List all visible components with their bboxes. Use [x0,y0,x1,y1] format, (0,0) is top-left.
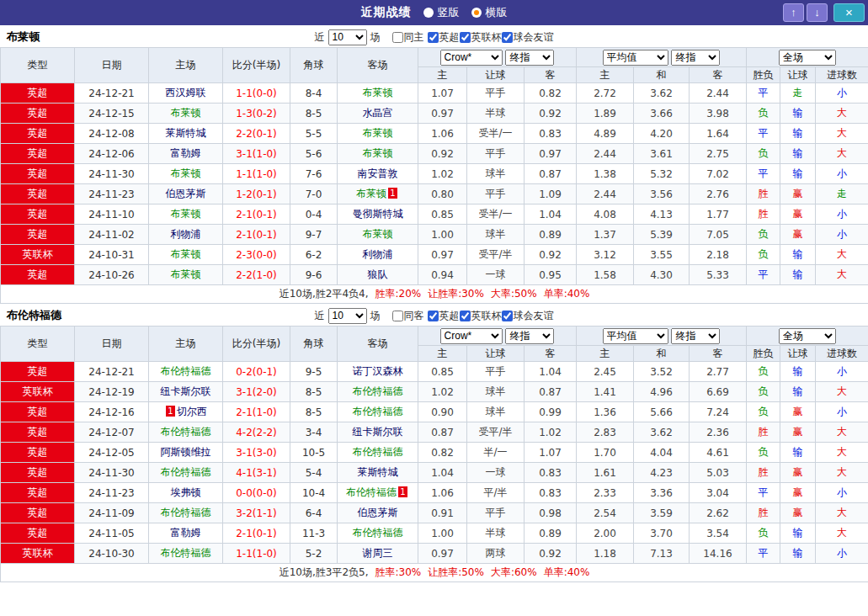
home-team[interactable]: 布伦特福德 [149,503,223,523]
home-team[interactable]: 布伦特福德 [149,544,223,564]
home-team[interactable]: 1切尔西 [149,402,223,422]
away-team[interactable]: 纽卡斯尔联 [338,422,418,443]
corners: 6-4 [290,503,338,523]
summary-stat: 让胜率:30% [428,288,484,300]
average-select[interactable]: 平均值 [603,50,668,66]
league-checkbox[interactable] [460,32,471,43]
away-team[interactable]: 水晶宫 [338,104,418,124]
col-avg-home: 主 [577,67,634,83]
home-team[interactable]: 布莱顿 [149,104,223,124]
scroll-up-button[interactable]: ↑ [783,3,804,22]
recent-count-select[interactable]: 10 [328,29,367,45]
col-handicap-result: 让球 [780,346,816,362]
home-team[interactable]: 布伦特福德 [149,422,223,443]
away-team[interactable]: 莱斯特城 [338,463,418,483]
league-type-cell: 英超 [1,144,75,164]
home-team[interactable]: 布莱顿 [149,164,223,184]
match-date: 24-11-02 [75,225,149,245]
odds-final-select[interactable]: 终指 [505,50,554,66]
scroll-down-button[interactable]: ↓ [807,3,828,22]
home-team[interactable]: 纽卡斯尔联 [149,382,223,402]
col-odds-handicap: 让球 [467,346,525,362]
away-team[interactable]: 伯恩茅斯 [338,503,418,523]
league-checkbox[interactable] [502,311,513,321]
avg-away: 2.18 [690,245,747,265]
result-handicap: 输 [780,443,816,463]
home-team[interactable]: 布伦特福德 [149,463,223,483]
red-card-badge: 1 [166,406,175,417]
away-team[interactable]: 曼彻斯特城 [338,204,418,225]
away-team[interactable]: 布伦特福德 [338,443,418,463]
same-venue-filter[interactable]: 同主 [392,30,424,45]
away-team[interactable]: 南安普敦 [338,164,418,184]
corners: 9-6 [290,265,338,285]
away-team[interactable]: 布莱顿 [338,144,418,164]
match-row: 英超24-11-05富勒姆2-1(0-1)11-3布伦特福德1.00半球0.89… [1,523,868,544]
away-team[interactable]: 布伦特福德 [338,402,418,422]
away-team[interactable]: 布伦特福德1 [338,483,418,503]
same-venue-filter[interactable]: 同客 [392,309,424,323]
league-filter[interactable]: 球会友谊 [502,309,554,323]
result-outcome: 负 [747,225,780,245]
summary-stat: 胜率:20% [375,288,421,300]
league-filter[interactable]: 球会友谊 [502,30,554,45]
odds-company-select[interactable]: Crow* [440,50,503,66]
away-team[interactable]: 布伦特福德 [338,523,418,544]
close-button[interactable]: × [833,3,865,22]
home-team[interactable]: 伯恩茅斯 [149,184,223,204]
same-venue-checkbox[interactable] [392,32,403,43]
match-date: 24-12-07 [75,422,149,443]
fulltime-select[interactable]: 全场 [779,328,836,344]
home-team[interactable]: 布莱顿 [149,245,223,265]
corners: 9-7 [290,225,338,245]
home-team[interactable]: 莱斯特城 [149,124,223,144]
home-team[interactable]: 富勒姆 [149,523,223,544]
fulltime-select[interactable]: 全场 [779,50,836,66]
league-filter[interactable]: 英超 [428,30,460,45]
away-team[interactable]: 利物浦 [338,245,418,265]
home-team[interactable]: 利物浦 [149,225,223,245]
home-team[interactable]: 富勒姆 [149,144,223,164]
odds-final-select[interactable]: 终指 [505,328,554,344]
same-venue-checkbox[interactable] [392,311,403,321]
away-team[interactable]: 诺丁汉森林 [338,362,418,382]
away-team[interactable]: 布伦特福德 [338,382,418,402]
league-checkbox[interactable] [428,32,439,43]
match-date: 24-12-21 [75,362,149,382]
league-checkbox[interactable] [460,311,471,321]
average-final-select[interactable]: 终指 [671,328,720,344]
away-team[interactable]: 布莱顿 [338,225,418,245]
odds-away: 0.87 [525,382,577,402]
away-team[interactable]: 布莱顿1 [338,184,418,204]
away-team[interactable]: 谢周三 [338,544,418,564]
league-filter[interactable]: 英联杯 [460,309,502,323]
result-outcome: 负 [747,104,780,124]
home-team[interactable]: 埃弗顿 [149,483,223,503]
col-corner: 角球 [290,48,338,83]
away-team[interactable]: 布莱顿 [338,83,418,104]
avg-home: 1.89 [577,104,634,124]
away-team[interactable]: 布莱顿 [338,124,418,144]
result-goals: 大 [816,124,868,144]
home-team[interactable]: 布伦特福德 [149,362,223,382]
home-team[interactable]: 布莱顿 [149,204,223,225]
league-checkbox[interactable] [428,311,439,321]
away-team[interactable]: 狼队 [338,265,418,285]
avg-home: 4.89 [577,124,634,144]
layout-radio-vertical[interactable]: 竖版 [423,5,460,20]
average-select[interactable]: 平均值 [603,328,668,344]
home-team[interactable]: 布莱顿 [149,265,223,285]
layout-radio-horizontal[interactable]: 横版 [471,5,508,20]
odds-away: 0.83 [525,463,577,483]
home-team[interactable]: 阿斯顿维拉 [149,443,223,463]
odds-away: 1.04 [525,204,577,225]
league-filter[interactable]: 英超 [428,309,460,323]
recent-count-select[interactable]: 10 [328,308,367,324]
average-final-select[interactable]: 终指 [671,50,720,66]
team-recent-section: 布莱顿 近 10 场 同主 英超英联杯球会友谊 类型 日期 [0,25,868,304]
corners: 8-4 [290,83,338,104]
odds-company-select[interactable]: Crow* [440,328,503,344]
league-filter[interactable]: 英联杯 [460,30,502,45]
league-checkbox[interactable] [502,32,513,43]
home-team[interactable]: 西汉姆联 [149,83,223,104]
